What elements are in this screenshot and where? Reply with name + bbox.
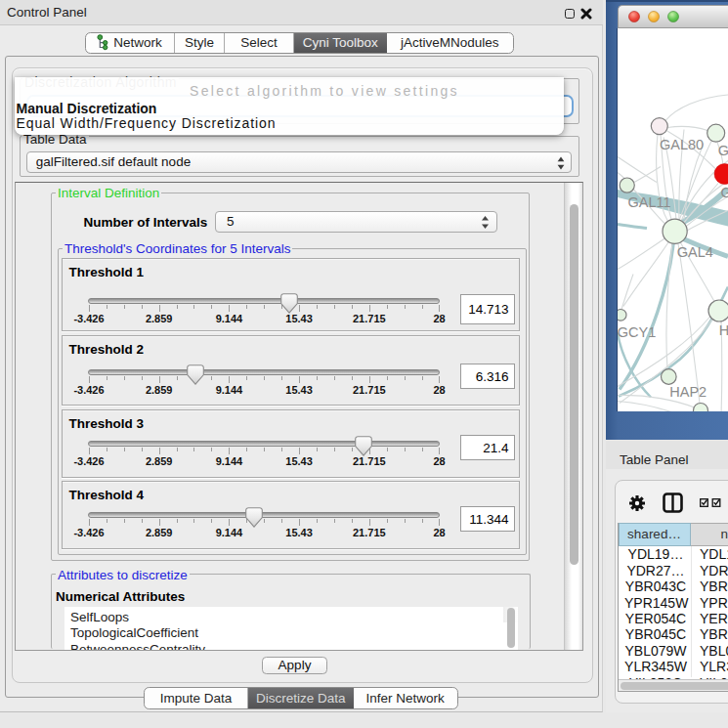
svg-text:GAL80: GAL80 [660,137,704,152]
svg-text:H: H [719,322,728,338]
svg-text:G: G [721,184,728,199]
svg-text:GCY1: GCY1 [618,323,656,339]
svg-text:GA: GA [718,143,728,158]
svg-text:HAP2: HAP2 [669,384,707,400]
svg-text:GAL11: GAL11 [628,194,671,210]
svg-text:GAL4: GAL4 [677,243,713,259]
